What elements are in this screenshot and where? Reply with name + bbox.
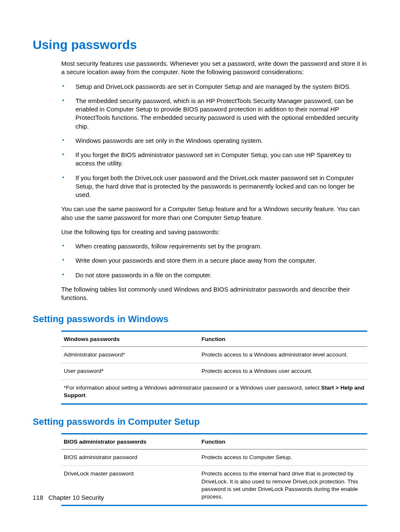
list-item: If you forget the BIOS administrator pas…	[61, 151, 367, 168]
list-item: Setup and DriveLock passwords are set in…	[61, 83, 367, 91]
table-cell: Administrator password*	[61, 347, 199, 363]
chapter-label: Chapter 10 Security	[49, 494, 104, 501]
list-item: Write down your passwords and store them…	[61, 256, 367, 265]
heading-windows-passwords: Setting passwords in Windows	[33, 314, 367, 325]
table-header: Function	[199, 434, 368, 449]
table-cell: User password*	[61, 363, 199, 380]
table-header: Windows passwords	[61, 331, 199, 347]
page-number: 118	[33, 494, 43, 501]
list-item: The embedded security password, which is…	[61, 97, 367, 131]
list-item: When creating passwords, follow requirem…	[61, 242, 367, 251]
considerations-list: Setup and DriveLock passwords are set in…	[61, 83, 367, 199]
table-footnote-cell: *For information about setting a Windows…	[61, 380, 367, 404]
table-row: User password* Protects access to a Wind…	[61, 363, 367, 380]
table-row: BIOS administrator password Protects acc…	[61, 449, 367, 466]
table-row: DriveLock master password Protects acces…	[61, 466, 367, 506]
intro-paragraph: Most security features use passwords. Wh…	[61, 59, 367, 77]
table-cell: Protects access to the internal hard dri…	[199, 466, 368, 506]
footnote-text: .	[86, 392, 87, 398]
table-header: Function	[199, 331, 368, 347]
list-item: Do not store passwords in a file on the …	[61, 271, 367, 279]
page-footer: 118 Chapter 10 Security	[33, 494, 104, 501]
table-header: BIOS administrator passwords	[61, 434, 199, 449]
table-cell: Protects access to Computer Setup.	[199, 449, 368, 466]
paragraph: The following tables list commonly used …	[61, 285, 367, 302]
paragraph: Use the following tips for creating and …	[61, 228, 367, 236]
list-item: If you forget both the DriveLock user pa…	[61, 174, 367, 199]
list-item: Windows passwords are set only in the Wi…	[61, 137, 367, 145]
heading-computer-setup-passwords: Setting passwords in Computer Setup	[33, 416, 367, 427]
tips-list: When creating passwords, follow requirem…	[61, 242, 367, 279]
windows-passwords-table: Windows passwords Function Administrator…	[61, 331, 367, 405]
body-content: Most security features use passwords. Wh…	[61, 59, 367, 302]
bios-passwords-table: BIOS administrator passwords Function BI…	[61, 433, 367, 506]
heading-1: Using passwords	[33, 38, 367, 52]
paragraph: You can use the same password for a Comp…	[61, 205, 367, 222]
table-cell: Protects access to a Windows administrat…	[199, 347, 368, 363]
table-cell: BIOS administrator password	[61, 449, 199, 466]
table-row: Administrator password* Protects access …	[61, 347, 367, 363]
table-cell: Protects access to a Windows user accoun…	[199, 363, 368, 380]
footnote-text: *For information about setting a Windows…	[64, 385, 321, 391]
table-footnote: *For information about setting a Windows…	[61, 380, 367, 404]
